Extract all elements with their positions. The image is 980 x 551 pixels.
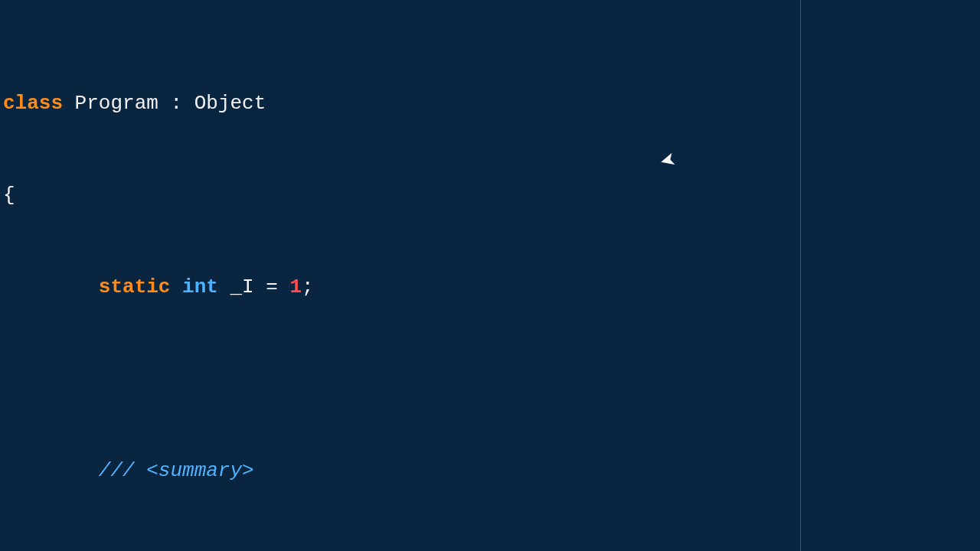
code-line[interactable]: /// <summary>: [0, 459, 980, 482]
space: [170, 276, 182, 298]
xml-doc-comment: /// <summary>: [3, 459, 254, 482]
semicolon: ;: [302, 276, 314, 298]
keyword-class: class: [3, 92, 63, 115]
code-editor[interactable]: class Program : Object { static int _I =…: [0, 0, 980, 551]
number-literal: 1: [290, 276, 302, 298]
mouse-pointer-icon: ➤: [657, 150, 678, 176]
code-line[interactable]: {: [0, 184, 980, 207]
code-text: Program : Object: [63, 92, 266, 115]
code-line[interactable]: static int _I = 1;: [0, 276, 980, 298]
keyword-static: static: [99, 276, 171, 298]
code-text: _I =: [218, 276, 290, 298]
code-line[interactable]: [0, 367, 980, 390]
code-line[interactable]: class Program : Object: [0, 92, 980, 115]
brace: {: [3, 184, 15, 207]
type-int: int: [182, 276, 218, 298]
indent: [3, 276, 99, 298]
